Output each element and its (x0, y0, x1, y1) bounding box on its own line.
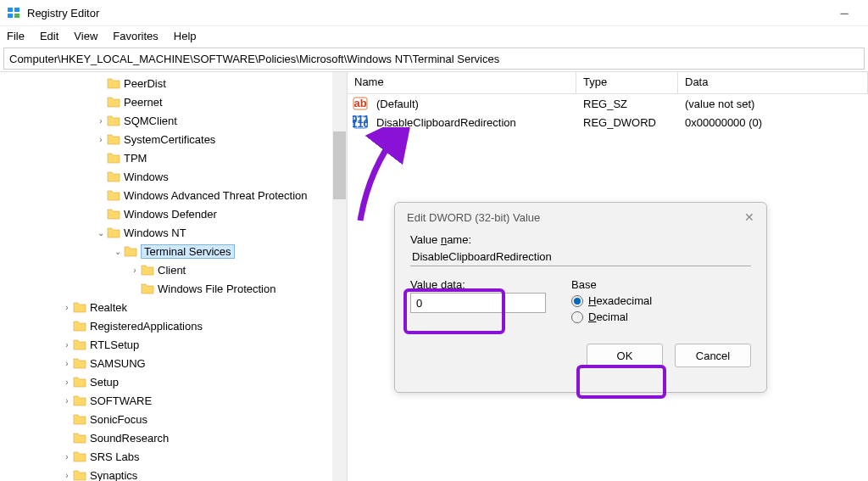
value-icon: 011110 (353, 115, 368, 130)
tree-node[interactable]: ›Realtek (0, 298, 347, 316)
tree-node[interactable]: ›SOFTWARE (0, 391, 347, 410)
cancel-button[interactable]: Cancel (675, 344, 751, 367)
expand-icon[interactable]: › (95, 135, 107, 144)
minimize-button[interactable]: ─ (827, 0, 861, 25)
column-headers: Name Type Data (348, 72, 868, 94)
expand-icon[interactable]: › (129, 266, 141, 275)
radio-hex[interactable]: Hexadecimal (571, 294, 652, 307)
expand-icon[interactable]: › (61, 340, 73, 350)
value-data-field[interactable] (410, 293, 546, 313)
address-bar[interactable]: Computer\HKEY_LOCAL_MACHINE\SOFTWARE\Pol… (3, 48, 865, 70)
tree-label: Peernet (124, 96, 163, 109)
tree-node[interactable]: ›SRS Labs (0, 447, 347, 466)
value-name-field[interactable] (410, 248, 751, 266)
tree-node[interactable]: Peernet (0, 92, 347, 111)
tree-label: RegisteredApplications (90, 320, 203, 333)
folder-icon (107, 171, 120, 182)
tree-label: Windows Advanced Threat Protection (124, 189, 308, 202)
value-data: (value not set) (678, 98, 868, 110)
folder-icon (107, 133, 120, 145)
radio-dec-label: Decimal (588, 310, 628, 323)
tree-node[interactable]: Windows (0, 167, 347, 186)
expand-icon[interactable]: › (61, 303, 73, 312)
expand-icon[interactable]: ⌄ (95, 228, 107, 238)
tree-node[interactable]: TPM (0, 148, 347, 167)
ok-button[interactable]: OK (587, 344, 663, 367)
tree-node[interactable]: ›Client (0, 260, 347, 279)
edit-dword-dialog: Edit DWORD (32-bit) Value ✕ Value name: … (394, 202, 767, 393)
menu-file[interactable]: File (7, 30, 25, 42)
tree-label: Synaptics (90, 469, 137, 482)
value-icon: ab (353, 96, 368, 111)
window-title: Registry Editor (27, 7, 99, 20)
tree-label: TPM (124, 152, 147, 165)
tree-label: SystemCertificates (124, 133, 215, 146)
dialog-close-button[interactable]: ✕ (744, 210, 754, 224)
svg-rect-0 (8, 8, 13, 12)
tree-node[interactable]: ›SystemCertificates (0, 130, 347, 148)
scroll-thumb[interactable] (333, 131, 346, 199)
menu-favorites[interactable]: Favorites (113, 30, 158, 42)
expand-icon[interactable]: › (61, 471, 73, 480)
col-name[interactable]: Name (348, 72, 576, 93)
menu-edit[interactable]: Edit (40, 30, 58, 42)
folder-icon (107, 189, 120, 201)
radio-dec[interactable]: Decimal (571, 310, 652, 323)
tree-node[interactable]: ›RTLSetup (0, 335, 347, 354)
expand-icon[interactable]: ⌄ (112, 247, 124, 256)
tree-label: SonicFocus (90, 413, 147, 426)
tree-node[interactable]: ⌄Windows NT (0, 223, 347, 242)
expand-icon[interactable]: › (61, 378, 73, 387)
tree-label: Realtek (90, 301, 127, 314)
menu-view[interactable]: View (74, 30, 97, 42)
folder-icon (73, 450, 86, 462)
menu-help[interactable]: Help (174, 30, 197, 42)
folder-icon (107, 152, 120, 164)
tree-node[interactable]: ›SQMClient (0, 111, 347, 130)
value-data-label: Value data: (410, 278, 546, 291)
folder-icon (73, 338, 86, 350)
tree-node[interactable]: SonicFocus (0, 410, 347, 428)
folder-icon (141, 282, 154, 294)
value-type: REG_DWORD (576, 116, 678, 129)
registry-tree[interactable]: PeerDistPeernet›SQMClient›SystemCertific… (0, 72, 347, 481)
col-type[interactable]: Type (576, 72, 678, 93)
tree-node[interactable]: SoundResearch (0, 428, 347, 447)
tree-node[interactable]: RegisteredApplications (0, 316, 347, 335)
folder-icon (73, 357, 86, 369)
tree-label: Terminal Services (141, 244, 235, 259)
folder-icon (73, 413, 86, 425)
folder-icon (107, 115, 120, 126)
tree-node[interactable]: Windows File Protection (0, 279, 347, 298)
col-data[interactable]: Data (678, 72, 868, 93)
folder-icon (124, 245, 137, 257)
expand-icon[interactable]: › (61, 359, 73, 368)
tree-node[interactable]: ›Setup (0, 372, 347, 391)
tree-node[interactable]: Windows Defender (0, 204, 347, 223)
tree-label: Windows (124, 171, 169, 183)
expand-icon[interactable]: › (61, 396, 73, 405)
tree-node[interactable]: PeerDist (0, 74, 347, 92)
tree-node[interactable]: Windows Advanced Threat Protection (0, 186, 347, 204)
tree-label: SRS Labs (90, 450, 140, 463)
expand-icon[interactable]: › (95, 116, 107, 126)
value-name: DisableClipboardRedirection (370, 116, 576, 129)
value-row[interactable]: ab(Default)REG_SZ(value not set) (348, 94, 868, 113)
svg-rect-3 (14, 14, 19, 18)
value-row[interactable]: 011110DisableClipboardRedirectionREG_DWO… (348, 113, 868, 131)
radio-hex-dot (571, 295, 583, 307)
tree-node[interactable]: ›Synaptics (0, 466, 347, 481)
expand-icon[interactable]: › (61, 452, 73, 461)
folder-icon (73, 394, 86, 406)
folder-icon (73, 301, 86, 313)
tree-label: SoundResearch (90, 432, 169, 445)
dialog-titlebar: Edit DWORD (32-bit) Value ✕ (395, 203, 766, 232)
tree-scrollbar[interactable] (332, 72, 347, 481)
tree-node[interactable]: ›SAMSUNG (0, 354, 347, 372)
folder-icon (107, 77, 120, 89)
tree-node[interactable]: ⌄Terminal Services (0, 242, 347, 260)
svg-text:ab: ab (353, 97, 366, 109)
tree-label: Client (158, 264, 186, 277)
tree-pane: PeerDistPeernet›SQMClient›SystemCertific… (0, 72, 348, 481)
tree-label: Setup (90, 376, 119, 389)
